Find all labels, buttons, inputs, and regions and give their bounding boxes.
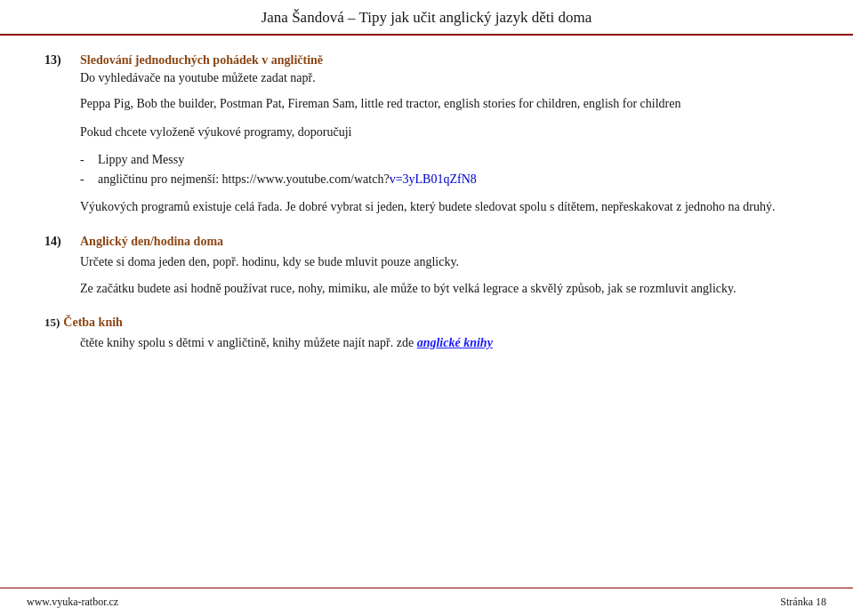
section-15: 15) Četba knih čtěte knihy spolu s dětmi…: [44, 316, 809, 353]
bullet-item-1: Lippy and Messy: [80, 150, 809, 170]
series-text: Výukových programů existuje celá řada. J…: [80, 197, 809, 217]
footer-page: Stránka 18: [780, 596, 826, 609]
page-title: Jana Šandová – Tipy jak učit anglický ja…: [262, 9, 592, 26]
section-15-title: Četba knih: [63, 316, 123, 330]
main-content: 13) Sledování jednoduchých pohádek v ang…: [0, 36, 853, 406]
anglicke-knihy-link[interactable]: anglické knihy: [417, 336, 493, 349]
section-13-header: 13) Sledování jednoduchých pohádek v ang…: [44, 53, 809, 68]
recommend-text: Pokud chcete vyloženě výukové programy, …: [80, 123, 809, 142]
footer-url: www.vyuka-ratbor.cz: [27, 596, 118, 609]
page-footer: www.vyuka-ratbor.cz Stránka 18: [0, 588, 853, 616]
section-15-body: čtěte knihy spolu s dětmi v angličtině, …: [44, 333, 809, 353]
bullet-2-link[interactable]: v=3yLB01qZfN8: [390, 172, 477, 186]
section-13: 13) Sledování jednoduchých pohádek v ang…: [44, 53, 809, 217]
page-header: Jana Šandová – Tipy jak učit anglický ja…: [0, 0, 853, 36]
section-13-number: 13): [44, 53, 71, 68]
section-13-title: Sledování jednoduchých pohádek v angličt…: [80, 53, 323, 68]
section-14-title: Anglický den/hodina doma: [80, 235, 223, 249]
bullet-1-text: Lippy and Messy: [98, 153, 184, 166]
bullet-item-2: angličtinu pro nejmenší: https://www.you…: [80, 170, 809, 189]
section-14-body: Určete si doma jeden den, popř. hodinu, …: [44, 252, 809, 300]
section-14: 14) Anglický den/hodina doma Určete si d…: [44, 235, 809, 300]
section-14-number: 14): [44, 235, 71, 249]
peppa-text: Peppa Pig, Bob the builder, Postman Pat,…: [80, 94, 809, 114]
section-15-body-prefix: čtěte knihy spolu s dětmi v angličtině, …: [80, 336, 414, 349]
section-14-body1: Určete si doma jeden den, popř. hodinu, …: [80, 252, 809, 272]
section-14-header: 14) Anglický den/hodina doma: [44, 235, 809, 249]
advice-text: Je dobré vybrat si jeden, který budete s…: [286, 200, 776, 213]
section-13-subtitle: Do vyhledávače na youtube můžete zadat n…: [44, 71, 809, 85]
page-container: Jana Šandová – Tipy jak učit anglický ja…: [0, 0, 853, 616]
section-13-body: Peppa Pig, Bob the builder, Postman Pat,…: [44, 94, 809, 217]
section-15-header: 15) Četba knih: [44, 316, 809, 330]
section-15-number: 15): [44, 316, 60, 330]
bullet-2-prefix: angličtinu pro nejmenší: https://www.you…: [98, 172, 390, 186]
bullet-list: Lippy and Messy angličtinu pro nejmenší:…: [80, 150, 809, 190]
section-14-body2: Ze začátku budete asi hodně používat ruc…: [80, 279, 809, 299]
